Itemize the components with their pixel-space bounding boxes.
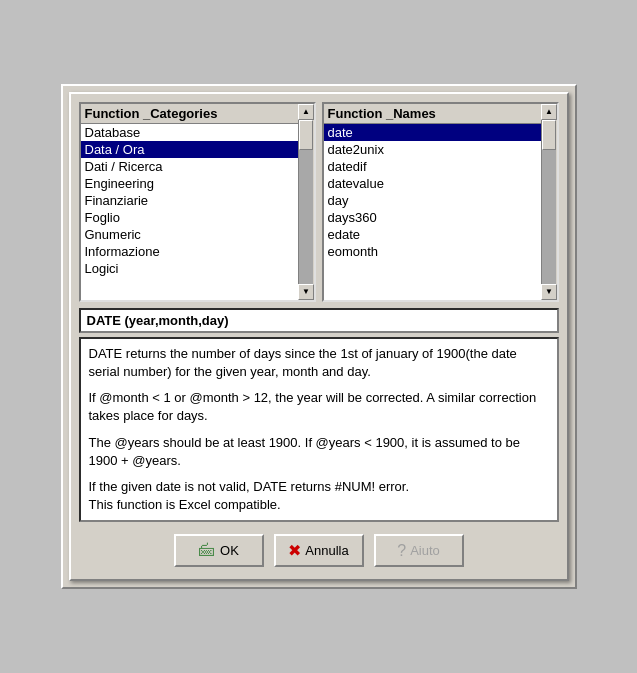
- buttons-row: 🖮 OK ✖ Annulla ? Aiuto: [79, 530, 559, 571]
- functions-header: Function _Names: [324, 104, 541, 124]
- function-item[interactable]: date2unix: [324, 141, 541, 158]
- cancel-icon: ✖: [288, 541, 301, 560]
- categories-scroll-track[interactable]: [299, 120, 313, 284]
- description-paragraph: If @month < 1 or @month > 12, the year w…: [89, 389, 549, 425]
- function-item[interactable]: datedif: [324, 158, 541, 175]
- cancel-button[interactable]: ✖ Annulla: [274, 534, 364, 567]
- description-paragraph: If the given date is not valid, DATE ret…: [89, 478, 549, 514]
- category-item[interactable]: Finanziarie: [81, 192, 298, 209]
- functions-scroll-down[interactable]: ▼: [541, 284, 557, 300]
- category-item[interactable]: Logici: [81, 260, 298, 277]
- dialog: Function _Categories DatabaseData / OraD…: [61, 84, 577, 590]
- function-item[interactable]: date: [324, 124, 541, 141]
- ok-label: OK: [220, 543, 239, 558]
- function-item[interactable]: day: [324, 192, 541, 209]
- function-item[interactable]: days360: [324, 209, 541, 226]
- categories-scroll-down[interactable]: ▼: [298, 284, 314, 300]
- help-label: Aiuto: [410, 543, 440, 558]
- category-item[interactable]: Foglio: [81, 209, 298, 226]
- function-signature: DATE (year,month,day): [79, 308, 559, 333]
- help-icon: ?: [397, 542, 406, 560]
- categories-panel: Function _Categories DatabaseData / OraD…: [79, 102, 316, 302]
- lists-row: Function _Categories DatabaseData / OraD…: [79, 102, 559, 302]
- function-item[interactable]: datevalue: [324, 175, 541, 192]
- category-item[interactable]: Data / Ora: [81, 141, 298, 158]
- categories-scroll-thumb: [299, 120, 313, 150]
- categories-scroll-up[interactable]: ▲: [298, 104, 314, 120]
- ok-icon: 🖮: [198, 540, 216, 561]
- categories-scrollbar[interactable]: ▲ ▼: [298, 104, 314, 300]
- category-item[interactable]: Informazione: [81, 243, 298, 260]
- functions-list[interactable]: datedate2unixdatedifdatevaluedaydays360e…: [324, 124, 541, 300]
- functions-scroll-track[interactable]: [542, 120, 556, 284]
- categories-header: Function _Categories: [81, 104, 298, 124]
- category-item[interactable]: Database: [81, 124, 298, 141]
- ok-button[interactable]: 🖮 OK: [174, 534, 264, 567]
- functions-scrollbar[interactable]: ▲ ▼: [541, 104, 557, 300]
- functions-panel: Function _Names datedate2unixdatedifdate…: [322, 102, 559, 302]
- description-paragraph: The @years should be at least 1900. If @…: [89, 434, 549, 470]
- functions-scroll-thumb: [542, 120, 556, 150]
- functions-scroll-up[interactable]: ▲: [541, 104, 557, 120]
- description-box: DATE returns the number of days since th…: [79, 337, 559, 523]
- function-item[interactable]: edate: [324, 226, 541, 243]
- categories-list[interactable]: DatabaseData / OraDati / RicercaEngineer…: [81, 124, 298, 300]
- category-item[interactable]: Gnumeric: [81, 226, 298, 243]
- function-item[interactable]: eomonth: [324, 243, 541, 260]
- category-item[interactable]: Dati / Ricerca: [81, 158, 298, 175]
- description-paragraph: DATE returns the number of days since th…: [89, 345, 549, 381]
- help-button[interactable]: ? Aiuto: [374, 534, 464, 567]
- cancel-label: Annulla: [305, 543, 348, 558]
- category-item[interactable]: Engineering: [81, 175, 298, 192]
